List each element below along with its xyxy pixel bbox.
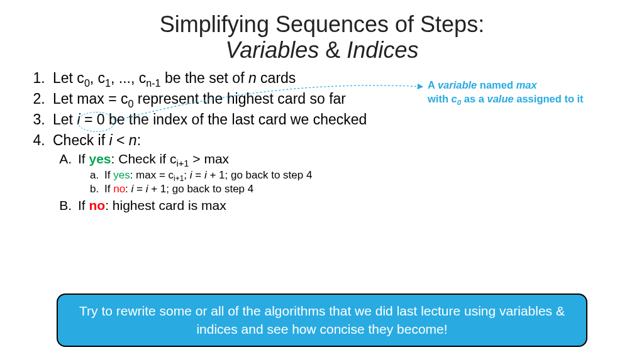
text: If <box>104 169 113 181</box>
title-ampersand: & <box>319 37 347 63</box>
text: with <box>428 93 452 104</box>
text: > max <box>189 151 229 166</box>
text: A <box>428 79 438 90</box>
text: , c <box>90 70 105 86</box>
yes-label: yes <box>113 169 130 181</box>
step-4A-a: If yes: max = ci+1; i = i + 1; go back t… <box>102 169 625 182</box>
annotation-note: A variable named max with c0 as a value … <box>428 78 629 106</box>
annotation-line-2: with c0 as a value assigned to it <box>428 92 629 106</box>
text: + 1; go back to step 4 <box>207 169 313 181</box>
text: Check if <box>53 132 109 148</box>
text: : max = c <box>130 169 174 181</box>
text: c0 <box>452 93 462 104</box>
text: Let <box>53 111 77 128</box>
text: variable <box>438 79 477 90</box>
subscript: 1 <box>105 77 111 88</box>
var-n: n <box>129 132 137 148</box>
text: as a <box>461 93 487 104</box>
text: If <box>104 183 113 195</box>
title-line-2: Variables & Indices <box>0 37 644 63</box>
substeps-4A: If yes: max = ci+1; i = i + 1; go back t… <box>78 169 625 195</box>
step-4A-b: If no: i = i + 1; go back to step 4 <box>102 183 625 195</box>
yes-label: yes <box>89 151 111 166</box>
text: = 0 be the index of the last card we che… <box>80 111 367 128</box>
callout-box: Try to rewrite some or all of the algori… <box>57 293 587 347</box>
text: c <box>452 93 457 104</box>
step-4B: If no: highest card is max <box>75 198 625 213</box>
subscript: i+1 <box>174 174 184 183</box>
subscript: 0 <box>84 77 90 88</box>
text: = <box>133 183 145 195</box>
text: ; <box>184 169 189 181</box>
text: < <box>113 132 129 148</box>
subscript: i+1 <box>176 158 189 168</box>
text: named <box>477 79 516 90</box>
step-4A: If yes: Check if ci+1 > max If yes: max … <box>75 151 625 195</box>
text: : highest card is max <box>105 198 226 212</box>
slide-title: Simplifying Sequences of Steps: Variable… <box>0 0 644 63</box>
substeps-4: If yes: Check if ci+1 > max If yes: max … <box>53 151 625 213</box>
text: : Check if c <box>111 151 177 166</box>
var-n: n <box>248 70 257 86</box>
text: If <box>78 151 89 166</box>
text: = <box>192 169 204 181</box>
no-label: no <box>89 198 106 212</box>
text: max <box>516 79 537 90</box>
text: + 1; go back to step 4 <box>148 183 253 195</box>
text: cards <box>257 70 296 86</box>
title-word-variables: Variables <box>226 37 319 63</box>
step-3: Let i = 0 be the index of the last card … <box>49 111 625 128</box>
subscript: n-1 <box>146 77 160 88</box>
text: be the set of <box>161 70 248 86</box>
no-label: no <box>113 183 125 195</box>
text: If <box>78 198 89 212</box>
text: , ..., c <box>111 70 146 86</box>
text: : <box>125 183 131 195</box>
text: Let c <box>53 70 84 86</box>
text: value <box>487 93 513 104</box>
title-word-indices: Indices <box>347 37 418 63</box>
step-4: Check if i < n: If yes: Check if ci+1 > … <box>49 132 625 213</box>
title-line-1: Simplifying Sequences of Steps: <box>0 11 644 37</box>
text: : <box>137 132 141 148</box>
text: assigned to it <box>514 93 584 104</box>
text: Let max = c <box>53 90 128 107</box>
text: represent the highest card so far <box>133 90 346 107</box>
annotation-line-1: A variable named max <box>428 78 629 92</box>
